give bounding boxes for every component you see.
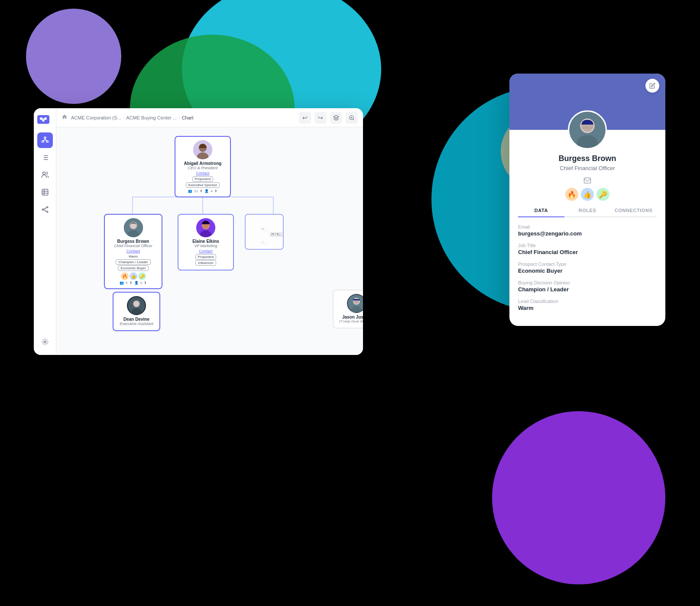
avatar-burgess	[124, 218, 143, 237]
node-burgess-title: Chief Financial Officer	[114, 244, 152, 248]
footer-count-left: 11	[194, 189, 198, 193]
node-burgess: Burgess Brown Chief Financial Officer Co…	[104, 214, 162, 289]
svg-rect-57	[584, 178, 591, 183]
avatar-elaine	[196, 218, 215, 237]
field-email-value: burgess@zengario.com	[518, 230, 657, 237]
footer-icon-people: 👥	[188, 189, 192, 193]
node-abigail-badge2: Executive Sponsor	[186, 182, 220, 188]
sidebar-item-people[interactable]	[37, 167, 53, 183]
node-abigail-badge1: Proponent	[192, 176, 214, 182]
node-elaine-badge1: Proponent	[195, 254, 217, 260]
tab-roles[interactable]: ROLES	[564, 208, 611, 216]
field-classification: Lead Classification Warm	[518, 299, 657, 311]
avatar-jason	[347, 294, 363, 313]
node-abigail-footer: 👥 11 ⬆ 👤 4 ⬆	[188, 189, 217, 193]
svg-point-26	[44, 341, 46, 343]
redo-button[interactable]: ↪	[314, 112, 327, 124]
connector-v4	[273, 197, 274, 214]
email-icon	[518, 177, 657, 184]
node-elaine-title: VP Marketing	[194, 244, 217, 248]
field-email: Email burgess@zengario.com	[518, 224, 657, 237]
node-jason: Jason Justice IT Help Desk Manager	[333, 290, 363, 329]
chart-area: Abigail Armstrong CEO & President Contac…	[56, 127, 363, 355]
field-job-title: Job Title Chief Financial Officer	[518, 243, 657, 255]
profile-badges: 🔥 👍 🔑	[518, 188, 657, 201]
avatar-abigail	[193, 140, 212, 159]
svg-line-29	[353, 119, 354, 120]
node-elaine: Elaine Elkins VP Marketing Contact Propo…	[178, 214, 234, 271]
svg-rect-5	[42, 141, 44, 142]
field-classification-value: Warm	[518, 305, 657, 311]
badge-thumbsup: 👍	[581, 188, 594, 201]
app-window: ACME Corporation (S... › ACME Buying Cen…	[34, 108, 363, 355]
tab-connections[interactable]: CONNECTIONS	[610, 208, 657, 216]
breadcrumb: ACME Corporation (S... › ACME Buying Cen…	[71, 115, 194, 120]
node-abigail: Abigail Armstrong CEO & President Contac…	[175, 136, 231, 197]
node-abigail-link[interactable]: Contact	[196, 171, 209, 175]
node-dean: Dean Devine Executive Assistant	[113, 292, 160, 331]
sidebar-item-settings[interactable]	[37, 334, 53, 350]
bg-blob-purple	[26, 9, 121, 104]
field-contact-type: Prospect Contact Type Economic Buyer	[518, 261, 657, 274]
field-job-title-label: Job Title	[518, 243, 657, 248]
node-burgess-badge1: Champion / Leader	[116, 259, 150, 265]
node-elaine-link[interactable]: Contact	[199, 249, 212, 253]
node-burgess-link[interactable]: Contact	[126, 249, 140, 253]
top-bar: ACME Corporation (S... › ACME Buying Cen…	[56, 108, 363, 127]
node-burgess-name: Burgess Brown	[117, 239, 149, 244]
svg-line-8	[42, 140, 45, 141]
profile-header	[509, 74, 665, 130]
field-classification-label: Lead Classification	[518, 299, 657, 304]
sidebar-item-org-chart[interactable]	[37, 132, 53, 148]
svg-rect-3	[41, 118, 46, 119]
node-partial: H... C... IT / Tr...	[245, 214, 284, 250]
field-email-label: Email	[518, 224, 657, 229]
tab-data[interactable]: DATA	[518, 208, 564, 217]
node-burgess-badge2: Economic Buyer	[118, 265, 148, 271]
svg-line-25	[43, 210, 47, 212]
profile-name: Burgess Brown	[518, 154, 657, 163]
profile-body: Burgess Brown Chief Financial Officer 🔥 …	[509, 130, 665, 326]
sidebar-item-table[interactable]	[37, 184, 53, 200]
sidebar	[34, 108, 56, 355]
field-decision-opinion-label: Buying Decision Opinion	[518, 280, 657, 285]
footer-icon-up2: ⬆	[214, 189, 217, 193]
edit-button[interactable]	[645, 79, 659, 93]
node-burgess-icons: 🔥 👍 🔑	[121, 272, 146, 280]
node-jason-name: Jason Justice	[342, 315, 363, 319]
home-icon[interactable]	[62, 114, 68, 122]
profile-avatar	[568, 110, 607, 149]
logo-icon	[37, 115, 49, 124]
breadcrumb-item-2[interactable]: ACME Buying Center ...	[126, 115, 177, 120]
field-contact-type-label: Prospect Contact Type	[518, 261, 657, 267]
svg-rect-17	[42, 189, 48, 195]
field-job-title-value: Chief Financial Officer	[518, 249, 657, 255]
badge-fire: 🔥	[565, 188, 578, 201]
zoom-button[interactable]	[346, 112, 358, 124]
avatar-dean	[127, 296, 146, 315]
node-jason-title: IT Help Desk Manager	[339, 319, 363, 323]
footer-icon-up: ⬆	[200, 189, 203, 193]
logo	[34, 112, 56, 131]
bg-blob-purple2	[492, 411, 665, 584]
layers-button[interactable]	[330, 112, 342, 124]
breadcrumb-sep-1: ›	[123, 115, 125, 120]
breadcrumb-item-3[interactable]: Chart	[182, 115, 194, 120]
sidebar-item-list[interactable]	[37, 150, 53, 165]
node-elaine-name: Elaine Elkins	[192, 239, 219, 244]
sidebar-item-graph[interactable]	[37, 202, 53, 217]
node-burgess-class: Warm	[126, 254, 140, 259]
svg-rect-6	[46, 141, 49, 142]
footer-count-right: 4	[211, 189, 212, 193]
profile-tabs: DATA ROLES CONNECTIONS	[518, 208, 657, 217]
profile-role: Chief Financial Officer	[518, 165, 657, 171]
node-dean-title: Executive Assistant	[120, 322, 153, 326]
node-elaine-badge2: Influencer	[195, 260, 216, 266]
field-decision-opinion: Buying Decision Opinion Champion / Leade…	[518, 280, 657, 293]
breadcrumb-item-1[interactable]: ACME Corporation (S...	[71, 115, 121, 120]
svg-point-16	[42, 172, 45, 174]
svg-rect-51	[353, 299, 360, 300]
connector-v2	[132, 197, 133, 214]
undo-button[interactable]: ↩	[299, 112, 311, 124]
top-bar-actions: ↩ ↪	[299, 112, 358, 124]
